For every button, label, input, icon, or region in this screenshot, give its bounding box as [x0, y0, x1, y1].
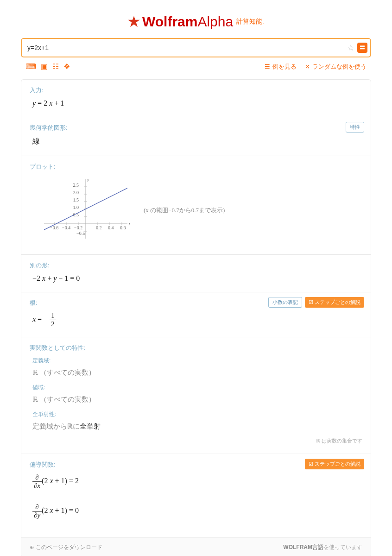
download-icon: ⊕	[30, 544, 34, 550]
altform-expr: −2 x + y − 1 = 0	[30, 274, 362, 283]
svg-text:x: x	[128, 221, 130, 227]
spikey-icon	[127, 15, 140, 28]
shuffle-icon: ⤨	[305, 63, 310, 70]
favorite-icon[interactable]: ☆	[347, 43, 354, 53]
svg-text:0.2: 0.2	[96, 225, 102, 230]
svg-text:0.4: 0.4	[108, 225, 114, 230]
pod-input: 入力: y = 2 x + 1	[21, 80, 371, 117]
pod-geometric-figure: 特性 幾何学的図形: 線	[21, 117, 371, 156]
data-icon[interactable]: ☷	[52, 62, 59, 71]
search-bar[interactable]: ☆ 〓	[21, 38, 371, 57]
input-expr: y = 2 x + 1	[30, 99, 362, 107]
partial-dy: ∂∂y(2 x + 1) = 0	[30, 503, 362, 519]
pod-title: プロット:	[30, 163, 362, 171]
svg-text:2.0: 2.0	[73, 190, 79, 195]
range-value: ℝ （すべての実数）	[30, 395, 362, 404]
input-mode-icons: ⌨ ▣ ☷ ❖	[25, 62, 70, 71]
pod-root: 小数の表記 ☑ ステップごとの解説 根: x = − 12	[21, 292, 371, 337]
properties-button[interactable]: 特性	[346, 122, 364, 133]
file-icon[interactable]: ❖	[63, 62, 70, 71]
logo-subtitle: 計算知能	[236, 18, 262, 25]
logo: WolframAlpha 計算知能.	[21, 14, 371, 30]
pod-title: 入力:	[30, 86, 362, 95]
examples-link[interactable]: ☰ 例を見る	[265, 63, 297, 71]
plot-range-note: (x (x の範囲−0.7から0.7まで表示)の範囲−0.7から0.7まで表示)	[144, 206, 225, 215]
pod-partial-derivatives: ☑ ステップごとの解説 偏導関数: ∂∂x(2 x + 1) = 2 ∂∂y(2…	[21, 454, 371, 538]
domain-value: ℝ （すべての実数）	[30, 368, 362, 377]
svg-text:−0.5: −0.5	[76, 231, 85, 236]
plot-svg: −0.6−0.4−0.2 0.20.40.6 −0.5 0.5 1.0 1.5 …	[32, 176, 130, 245]
svg-text:0.6: 0.6	[120, 225, 126, 230]
list-icon: ☰	[265, 63, 270, 70]
geom-value: 線	[30, 137, 362, 146]
svg-text:1.5: 1.5	[73, 197, 79, 202]
powered-by: WOLFRAM言語を使っています	[283, 543, 362, 551]
svg-text:−0.2: −0.2	[74, 225, 82, 230]
root-expr: x = − 12	[30, 312, 362, 328]
bijectivity-value: 定義域からℝに全単射	[30, 422, 362, 431]
decimal-button[interactable]: 小数の表記	[268, 297, 302, 308]
check-icon: ☑	[309, 299, 313, 305]
pod-title: 別の形:	[30, 261, 362, 270]
random-link[interactable]: ⤨ ランダムな例を使う	[305, 63, 367, 71]
partial-dx: ∂∂x(2 x + 1) = 2	[30, 474, 362, 489]
step-button[interactable]: ☑ ステップごとの解説	[305, 297, 364, 308]
svg-text:1.0: 1.0	[73, 205, 79, 210]
results-container: 入力: y = 2 x + 1 特性 幾何学的図形: 線 プロット: −0.6−…	[21, 79, 371, 556]
logo-bold: Wolfram	[142, 14, 197, 29]
svg-text:−0.4: −0.4	[62, 225, 70, 230]
search-input[interactable]	[27, 44, 347, 51]
pod-title: 幾何学的図形:	[30, 124, 362, 132]
keyboard-icon[interactable]: ⌨	[25, 62, 36, 71]
step-button[interactable]: ☑ ステップごとの解説	[305, 459, 364, 469]
bijectivity-title: 全単射性:	[32, 411, 362, 418]
domain-title: 定義域:	[32, 357, 362, 365]
compute-button[interactable]: 〓	[357, 43, 367, 53]
results-footer: ⊕ このページをダウンロード WOLFRAM言語を使っています	[21, 538, 371, 556]
svg-text:2.5: 2.5	[73, 183, 79, 188]
pod-alternate-form: 別の形: −2 x + y − 1 = 0	[21, 255, 371, 292]
real-set-note: ℝ は実数の集合です	[30, 437, 362, 444]
download-link[interactable]: ⊕ このページをダウンロード	[30, 543, 102, 551]
svg-text:y: y	[87, 177, 89, 182]
logo-regular: Alpha	[197, 14, 233, 29]
pod-title: 実関数としての特性:	[30, 344, 362, 352]
image-icon[interactable]: ▣	[41, 62, 48, 71]
pod-plot: プロット: −0.6−0.4−0.2 0.20.40.6 −0.5 0.5 1.…	[21, 156, 371, 255]
check-icon: ☑	[309, 461, 313, 467]
range-title: 値域:	[32, 384, 362, 392]
pod-real-properties: 実関数としての特性: 定義域: ℝ （すべての実数） 値域: ℝ （すべての実数…	[21, 337, 371, 454]
svg-marker-0	[128, 16, 139, 27]
